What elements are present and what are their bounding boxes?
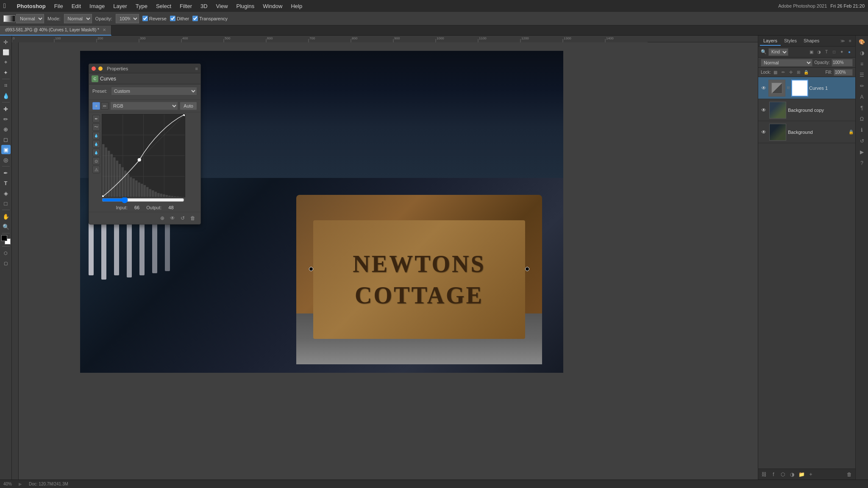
- menu-plugins[interactable]: Plugins: [232, 2, 259, 10]
- mode-select[interactable]: Normal: [64, 14, 92, 23]
- menu-photoshop[interactable]: Photoshop: [13, 2, 50, 10]
- tool-preset-select[interactable]: Normal: [16, 14, 44, 23]
- learn-btn[interactable]: ?: [857, 158, 867, 168]
- document-tab[interactable]: d993-581.JPG @ 40% (Curves 1, Layer Mask…: [0, 25, 111, 36]
- curve-target[interactable]: ⊙: [92, 157, 100, 165]
- foreground-color-swatch[interactable]: [1, 235, 7, 241]
- panel-menu-btn[interactable]: ≡: [195, 66, 198, 71]
- new-adjustment-btn[interactable]: ◑: [788, 470, 796, 479]
- color-swatches[interactable]: [1, 235, 11, 244]
- menu-type[interactable]: Type: [131, 2, 152, 10]
- tab-styles[interactable]: Styles: [781, 36, 800, 46]
- text-tool[interactable]: T: [1, 178, 11, 188]
- delete-effect-btn[interactable]: 🗑: [189, 214, 197, 222]
- new-layer-btn[interactable]: +: [807, 470, 815, 479]
- expand-panels-btn[interactable]: ≫: [839, 38, 846, 44]
- clone-stamp-tool[interactable]: ⊕: [1, 125, 11, 134]
- properties-btn[interactable]: ≡: [857, 59, 867, 69]
- layer-item-bg-copy[interactable]: 👁 Background copy: [758, 99, 855, 121]
- gradient-tool[interactable]: ▣: [1, 145, 11, 154]
- menu-edit[interactable]: Edit: [67, 2, 85, 10]
- lock-image-btn[interactable]: ✏: [780, 69, 786, 75]
- select-rect-tool[interactable]: ⬜: [1, 47, 11, 57]
- clip-to-layer-btn[interactable]: ⊕: [158, 214, 167, 222]
- paragraph-btn[interactable]: ¶: [857, 103, 867, 113]
- libraries-btn[interactable]: ☰: [857, 70, 867, 80]
- path-select-tool[interactable]: ◈: [1, 189, 11, 198]
- reverse-checkbox[interactable]: [142, 16, 148, 21]
- reverse-checkbox-label[interactable]: Reverse: [142, 16, 167, 21]
- menu-layer[interactable]: Layer: [109, 2, 131, 10]
- layer-visibility-curves[interactable]: 👁: [760, 84, 768, 92]
- foreground-swatch[interactable]: [3, 15, 15, 22]
- menu-image[interactable]: Image: [85, 2, 109, 10]
- actions-btn[interactable]: ▶: [857, 147, 867, 157]
- canvas-area[interactable]: NEWTONS COTTAGE Properties ≡: [19, 42, 758, 480]
- auto-btn[interactable]: Auto: [180, 102, 197, 110]
- menu-filter[interactable]: Filter: [175, 2, 196, 10]
- hand-tool[interactable]: ✋: [1, 212, 11, 221]
- magic-wand-tool[interactable]: ✦: [1, 68, 11, 77]
- lock-position-btn[interactable]: ✛: [788, 69, 794, 75]
- panel-close-btn[interactable]: [92, 67, 96, 71]
- layer-visibility-bg[interactable]: 👁: [760, 128, 768, 136]
- filter-shape-icon[interactable]: □: [831, 49, 837, 55]
- curve-eyedropper-gray[interactable]: 💧: [92, 140, 100, 148]
- curves-graph-container[interactable]: [102, 114, 185, 197]
- channel-select[interactable]: RGB: [110, 102, 178, 110]
- healing-tool[interactable]: ✚: [1, 104, 11, 114]
- curve-draw-tool[interactable]: ✏: [101, 102, 108, 110]
- transparency-checkbox-label[interactable]: Transparency: [192, 16, 228, 21]
- shape-tool[interactable]: □: [1, 199, 11, 208]
- layer-visibility-bg-copy[interactable]: 👁: [760, 106, 768, 114]
- new-group-btn[interactable]: 📁: [797, 470, 806, 479]
- lock-all-btn[interactable]: 🔒: [803, 69, 809, 75]
- view-previous-btn[interactable]: 👁: [168, 214, 177, 222]
- filter-smart-icon[interactable]: ✦: [838, 49, 845, 55]
- filter-active-icon[interactable]: ●: [846, 49, 853, 55]
- delete-layer-btn[interactable]: 🗑: [845, 470, 854, 479]
- pen-tool[interactable]: ✒: [1, 168, 11, 177]
- tab-shapes[interactable]: Shapes: [800, 36, 823, 46]
- link-layers-btn[interactable]: ⛓: [760, 470, 768, 479]
- glyphs-btn[interactable]: Ω: [857, 114, 867, 124]
- menu-select[interactable]: Select: [152, 2, 175, 10]
- opacity-input[interactable]: [832, 59, 853, 67]
- panel-options-btn[interactable]: ≡: [847, 38, 854, 44]
- menu-view[interactable]: View: [212, 2, 232, 10]
- input-slider[interactable]: [102, 198, 184, 202]
- blend-mode-select[interactable]: Normal: [761, 59, 812, 67]
- apple-icon[interactable]: : [3, 2, 6, 10]
- curve-eyedropper-black[interactable]: 💧: [92, 132, 100, 139]
- lock-artboard-btn[interactable]: ⊞: [796, 69, 801, 75]
- curve-pencil-tool[interactable]: ✒: [92, 115, 100, 122]
- dither-checkbox-label[interactable]: Dither: [170, 16, 189, 21]
- quick-mask-btn[interactable]: ⬡: [1, 248, 11, 258]
- search-type-select[interactable]: Kind: [768, 48, 788, 56]
- filter-pixel-icon[interactable]: ▣: [808, 49, 815, 55]
- zoom-tool[interactable]: 🔍: [1, 222, 11, 231]
- eyedropper-tool[interactable]: 💧: [1, 91, 11, 100]
- screen-mode-btn[interactable]: ▢: [1, 258, 11, 268]
- color-panel-btn[interactable]: 🎨: [857, 37, 867, 47]
- photo-canvas[interactable]: NEWTONS COTTAGE Properties ≡: [80, 51, 563, 373]
- panel-minimize-btn[interactable]: [98, 67, 103, 71]
- character-btn[interactable]: A: [857, 92, 867, 102]
- add-fx-btn[interactable]: f: [769, 470, 778, 479]
- tab-close-btn[interactable]: ✕: [103, 28, 106, 32]
- dodge-tool[interactable]: ◎: [1, 155, 11, 164]
- curve-eyedropper-white[interactable]: 💧: [92, 149, 100, 156]
- crop-tool[interactable]: ⌗: [1, 81, 11, 90]
- move-tool[interactable]: ✛: [1, 37, 11, 47]
- brush-settings-btn[interactable]: ✏: [857, 81, 867, 91]
- layer-item-curves[interactable]: 👁 ⛓ Curves 1: [758, 77, 855, 99]
- menu-3d[interactable]: 3D: [196, 2, 212, 10]
- fill-input[interactable]: [834, 69, 853, 76]
- menu-window[interactable]: Window: [259, 2, 287, 10]
- transparency-checkbox[interactable]: [192, 16, 198, 21]
- info-btn[interactable]: ℹ: [857, 125, 867, 135]
- lasso-tool[interactable]: ⌖: [1, 58, 11, 67]
- curve-warning[interactable]: ⚠: [92, 166, 100, 173]
- eraser-tool[interactable]: ◻: [1, 135, 11, 144]
- filter-type-icon[interactable]: T: [823, 49, 830, 55]
